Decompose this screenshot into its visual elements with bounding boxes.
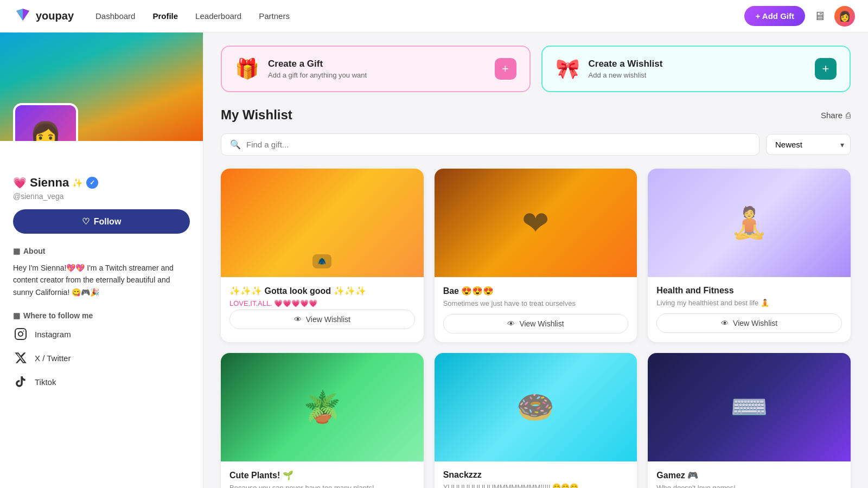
- logo[interactable]: youpay: [13, 7, 74, 26]
- card-desc: Because you can never have too many plan…: [229, 484, 415, 488]
- create-wishlist-button[interactable]: +: [815, 58, 837, 80]
- wishlist-title: My Wishlist: [221, 107, 292, 123]
- card-image-plants: 🪴: [221, 353, 424, 461]
- create-wishlist-text: Create a Wishlist Add a new wishlist: [589, 59, 663, 79]
- sidebar-info: 💗 Sienna ✨ ✓ @sienna_vega ♡ Follow ▦ Abo…: [0, 141, 203, 411]
- view-wishlist-button[interactable]: 👁 View Wishlist: [229, 310, 415, 329]
- social-twitter[interactable]: X / Twitter: [13, 350, 190, 365]
- about-text: Hey I'm Sienna!💖💖 I'm a Twitch streamer …: [13, 262, 190, 298]
- search-icon: 🔍: [230, 139, 241, 150]
- logo-text: youpay: [36, 10, 74, 22]
- card-body: Bae 😍😍😍 Sometimes we just have to treat …: [435, 277, 637, 342]
- about-label: ▦ About: [13, 247, 190, 255]
- social-tiktok[interactable]: Tiktok: [13, 374, 190, 389]
- card-image-health: 🧘: [648, 169, 851, 277]
- verified-badge: ✓: [86, 177, 98, 189]
- wishlist-icon: 🎀: [556, 57, 580, 80]
- x-twitter-icon: [13, 350, 28, 365]
- social-list: Instagram X / Twitter: [13, 326, 190, 389]
- card-image-snacks: 🍩: [435, 353, 637, 461]
- nav-dashboard[interactable]: Dashboard: [95, 11, 135, 21]
- nav-right: + Add Gift 🖥 👩: [744, 6, 855, 27]
- svg-point-2: [23, 331, 24, 332]
- sort-wrapper: Newest Oldest Price: Low-High Price: Hig…: [766, 133, 851, 156]
- bars-icon: ▦: [13, 247, 20, 255]
- card-subtitle: LOVE.IT.ALL. 💗💗💗💗💗: [229, 299, 415, 307]
- eye-icon: 👁: [507, 319, 515, 328]
- heart-icon: 💗: [13, 176, 27, 189]
- card-title: Cute Plants! 🌱: [229, 470, 415, 480]
- card-body: ✨✨✨ Gotta look good ✨✨✨ LOVE.IT.ALL. 💗💗💗…: [221, 277, 424, 338]
- profile-picture: 👩 ⊞: [13, 103, 78, 141]
- navbar: youpay Dashboard Profile Leaderboard Par…: [0, 0, 868, 33]
- action-cards: 🎁 Create a Gift Add a gift for anything …: [221, 46, 851, 92]
- list-item: ⌨️ Gamez 🎮 Who doesn't love games! 👁 Vie…: [648, 353, 851, 488]
- main-layout: 👩 ⊞ 💗 Sienna ✨ ✓ @sienna_vega ♡ Follow ▦…: [0, 33, 868, 488]
- svg-point-1: [18, 332, 23, 336]
- create-gift-button[interactable]: +: [495, 58, 516, 80]
- list-item: 🍩 Snackzzz YUUUUUUUUUMMMMMMMM!!!!! 😋😋😋 👁…: [435, 353, 637, 488]
- tiktok-icon: [13, 374, 28, 389]
- nav-leaderboard[interactable]: Leaderboard: [195, 11, 241, 21]
- list-item: ❤ Bae 😍😍😍 Sometimes we just have to trea…: [435, 169, 637, 342]
- card-desc: Sometimes we just have to treat ourselve…: [443, 299, 629, 307]
- user-name: 💗 Sienna ✨ ✓: [13, 176, 190, 190]
- card-body: Gamez 🎮 Who doesn't love games! 👁 View W…: [648, 461, 851, 488]
- card-title: Gamez 🎮: [656, 470, 842, 480]
- card-desc: Who doesn't love games!: [656, 484, 842, 488]
- eye-icon: 👁: [294, 315, 302, 324]
- view-wishlist-button[interactable]: 👁 View Wishlist: [656, 313, 842, 333]
- card-title: Snackzzz: [443, 470, 629, 480]
- search-input[interactable]: [246, 140, 750, 149]
- add-gift-button[interactable]: + Add Gift: [744, 6, 805, 26]
- follow-button[interactable]: ♡ Follow: [13, 209, 190, 234]
- nav-partners[interactable]: Partners: [259, 11, 290, 21]
- share-icon: ⎙: [846, 111, 851, 120]
- list-item: 🧘 Health and Fitness Living my healthies…: [648, 169, 851, 342]
- card-title: Health and Fitness: [656, 286, 842, 296]
- eye-icon: 👁: [721, 319, 729, 328]
- list-item: 🪴 Cute Plants! 🌱 Because you can never h…: [221, 353, 424, 488]
- sort-select[interactable]: Newest Oldest Price: Low-High Price: Hig…: [766, 134, 851, 155]
- search-sort: 🔍 Newest Oldest Price: Low-High Price: H…: [221, 133, 851, 156]
- nav-profile[interactable]: Profile: [152, 11, 178, 21]
- gift-icon: 🎁: [235, 57, 259, 80]
- card-image-games: ⌨️: [648, 353, 851, 461]
- view-wishlist-button[interactable]: 👁 View Wishlist: [443, 314, 629, 333]
- card-desc: YUUUUUUUUUMMMMMMMM!!!!! 😋😋😋: [443, 483, 629, 488]
- card-image-gotta-look-good: 🧥: [221, 169, 424, 277]
- avatar[interactable]: 👩: [834, 6, 855, 27]
- card-image-bae: ❤: [435, 169, 637, 277]
- monitor-icon[interactable]: 🖥: [814, 9, 826, 23]
- share-button[interactable]: Share ⎙: [821, 111, 851, 120]
- card-body: Cute Plants! 🌱 Because you can never hav…: [221, 461, 424, 488]
- wishlist-grid: 🧥 ✨✨✨ Gotta look good ✨✨✨ LOVE.IT.ALL. 💗…: [221, 169, 851, 488]
- wishlist-header: My Wishlist Share ⎙: [221, 107, 851, 123]
- create-gift-card[interactable]: 🎁 Create a Gift Add a gift for anything …: [221, 46, 531, 92]
- sparkle-icon: ✨: [72, 178, 83, 188]
- card-body: Snackzzz YUUUUUUUUUMMMMMMMM!!!!! 😋😋😋 👁 V…: [435, 461, 637, 488]
- heart-follow-icon: ♡: [82, 216, 90, 227]
- instagram-icon: [13, 326, 28, 342]
- main-content: 🎁 Create a Gift Add a gift for anything …: [203, 33, 868, 488]
- sidebar: 👩 ⊞ 💗 Sienna ✨ ✓ @sienna_vega ♡ Follow ▦…: [0, 33, 203, 488]
- card-title: Bae 😍😍😍: [443, 286, 629, 296]
- create-gift-text: Create a Gift Add a gift for anything yo…: [268, 59, 367, 79]
- user-handle: @sienna_vega: [13, 192, 190, 201]
- where-label: ▦ Where to follow me: [13, 311, 190, 320]
- social-instagram[interactable]: Instagram: [13, 326, 190, 342]
- list-item: 🧥 ✨✨✨ Gotta look good ✨✨✨ LOVE.IT.ALL. 💗…: [221, 169, 424, 342]
- card-body: Health and Fitness Living my healthiest …: [648, 277, 851, 342]
- card-desc: Living my healthiest and best life 🧘: [656, 299, 842, 307]
- svg-rect-0: [15, 329, 26, 339]
- search-box: 🔍: [221, 133, 760, 156]
- bars-icon-2: ▦: [13, 311, 20, 320]
- nav-links: Dashboard Profile Leaderboard Partners: [95, 11, 290, 21]
- cover-image: 👩 ⊞: [0, 33, 203, 141]
- card-title: ✨✨✨ Gotta look good ✨✨✨: [229, 286, 415, 296]
- create-wishlist-card[interactable]: 🎀 Create a Wishlist Add a new wishlist +: [541, 46, 851, 92]
